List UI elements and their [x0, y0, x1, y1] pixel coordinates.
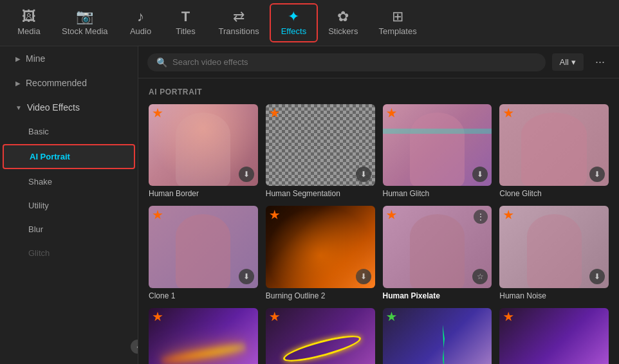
sidebar-glitch-label: Glitch	[28, 248, 50, 258]
nav-templates[interactable]: ⊞ Templates	[368, 5, 427, 41]
more-icon: ···	[595, 55, 605, 68]
effect-card-human-pixelate[interactable]: ⋮ ☆ Human Pixelate	[383, 206, 492, 300]
effect-card-neon-flow[interactable]: ⬇ Neon Flow 4	[149, 308, 258, 364]
effect-name-human-seg: Human Segmentation	[266, 189, 375, 198]
effect-card-human-glitch[interactable]: ⬇ Human Glitch	[383, 104, 492, 198]
sidebar-item-basic[interactable]: Basic	[3, 120, 135, 143]
grid-area: AI PORTRAIT ⬇ Human Border ⬇	[138, 78, 619, 364]
media-icon: 🖼	[22, 10, 36, 24]
sidebar-recommended-label: Recommended	[26, 78, 87, 88]
sidebar-ai-portrait-label: AI Portrait	[30, 152, 70, 161]
effect-card-human-noise[interactable]: ⬇ Human Noise	[499, 206, 609, 300]
recommended-arrow: ▶	[15, 80, 21, 87]
effect-thumb-human-seg: ⬇	[266, 104, 375, 186]
nav-media-label: Media	[17, 26, 40, 36]
effect-thumb-neon-flow: ⬇	[149, 308, 258, 364]
effect-card-clone-1[interactable]: ⬇ Clone 1	[149, 206, 258, 300]
effect-thumb-lightning-1: ⬇	[383, 308, 492, 364]
titles-icon: T	[181, 10, 190, 24]
collapse-arrow-icon: ‹	[136, 343, 138, 350]
stock-media-icon: 📷	[76, 10, 93, 24]
nav-titles-label: Titles	[176, 26, 196, 36]
effect-thumb-human-noise: ⬇	[499, 206, 609, 287]
nav-effects[interactable]: ✦ Effects	[270, 3, 319, 42]
effect-thumb-burning-outline: ⬇	[266, 206, 375, 287]
nav-audio-label: Audio	[130, 26, 151, 36]
more-options-button[interactable]: ···	[590, 53, 610, 71]
download-burning-outline[interactable]: ⬇	[356, 269, 371, 284]
badge-lightning-1	[387, 312, 397, 322]
effect-thumb-clone-1: ⬇	[149, 206, 258, 287]
filter-chevron-icon: ▾	[571, 57, 576, 67]
mine-arrow: ▶	[15, 55, 21, 62]
effect-card-burning-outline[interactable]: ⬇ Burning Outline 2	[266, 206, 375, 300]
search-input[interactable]	[172, 57, 537, 67]
effect-name-clone-glitch: Clone Glitch	[499, 189, 609, 198]
nav-stickers[interactable]: ✿ Stickers	[318, 5, 368, 41]
effect-card-human-seg[interactable]: ⬇ Human Segmentation	[266, 104, 375, 198]
sidebar-basic-label: Basic	[28, 127, 49, 136]
nav-stock-media[interactable]: 📷 Stock Media	[51, 5, 118, 41]
badge-neon-flow	[152, 312, 163, 322]
download-human-seg[interactable]: ⬇	[356, 167, 371, 182]
badge-lightning-2	[503, 312, 513, 322]
effect-card-lightning-1[interactable]: ⬇ Lightning Flash 1	[383, 308, 492, 364]
effect-thumb-human-pixelate: ⋮ ☆	[383, 206, 492, 287]
filter-button[interactable]: All ▾	[552, 53, 584, 71]
sidebar-item-shake[interactable]: Shake	[3, 170, 135, 193]
download-human-noise[interactable]: ⬇	[589, 269, 605, 284]
sidebar-blur-label: Blur	[28, 224, 43, 234]
nav-titles[interactable]: T Titles	[163, 5, 208, 41]
effect-card-neon-ring[interactable]: ⬇ Neon Ring 2	[266, 308, 375, 364]
effect-thumb-clone-glitch: ⬇	[499, 104, 609, 186]
video-effects-arrow: ▼	[15, 104, 22, 111]
effect-thumb-neon-ring: ⬇	[266, 308, 375, 364]
search-input-wrap[interactable]: 🔍	[147, 53, 546, 71]
effect-name-human-glitch: Human Glitch	[383, 189, 492, 198]
sidebar-item-mine[interactable]: ▶ Mine	[3, 47, 135, 70]
stickers-icon: ✿	[337, 10, 349, 24]
effect-card-lightning-2[interactable]: ⬇ Lightning Flash 2	[499, 308, 609, 364]
content-area: 🔍 All ▾ ··· AI PORTRAIT ⬇	[138, 46, 619, 364]
nav-stock-media-label: Stock Media	[62, 26, 108, 36]
sidebar-item-blur[interactable]: Blur	[3, 218, 135, 241]
sidebar-collapse-button[interactable]: ‹	[131, 340, 138, 354]
sidebar: ▶ Mine ▶ Recommended ▼ Video Effects Bas…	[0, 46, 138, 364]
main-layout: ▶ Mine ▶ Recommended ▼ Video Effects Bas…	[0, 46, 619, 364]
sidebar-shake-label: Shake	[28, 177, 52, 187]
sidebar-item-utility[interactable]: Utility	[3, 194, 135, 217]
effect-name-human-noise: Human Noise	[499, 291, 609, 300]
effect-thumb-human-glitch: ⬇	[383, 104, 492, 186]
filter-label: All	[560, 57, 569, 67]
nav-audio[interactable]: ♪ Audio	[118, 5, 163, 41]
templates-icon: ⊞	[392, 10, 403, 24]
badge-burning-outline	[270, 210, 280, 220]
sidebar-video-effects-label: Video Effects	[27, 102, 80, 113]
download-human-border[interactable]: ⬇	[239, 167, 254, 182]
star-human-pixelate[interactable]: ☆	[472, 269, 488, 284]
effect-thumb-human-border: ⬇	[149, 104, 258, 186]
sidebar-item-glitch[interactable]: Glitch	[3, 242, 135, 264]
top-nav: 🖼 Media 📷 Stock Media ♪ Audio T Titles ⇄…	[0, 0, 619, 46]
sidebar-item-ai-portrait[interactable]: AI Portrait	[3, 144, 135, 169]
search-bar: 🔍 All ▾ ···	[138, 46, 619, 78]
badge-human-seg	[270, 108, 280, 118]
effects-grid: ⬇ Human Border ⬇ Human Segmentation	[149, 104, 609, 364]
effect-card-human-border[interactable]: ⬇ Human Border	[149, 104, 258, 198]
nav-effects-label: Effects	[281, 26, 307, 36]
sidebar-utility-label: Utility	[28, 201, 49, 210]
sidebar-item-recommended[interactable]: ▶ Recommended	[3, 71, 135, 95]
effect-name-human-border: Human Border	[149, 189, 258, 198]
effect-name-human-pixelate: Human Pixelate	[383, 291, 492, 300]
nav-templates-label: Templates	[378, 26, 416, 36]
download-clone-1[interactable]: ⬇	[239, 269, 254, 284]
badge-neon-ring	[270, 312, 280, 322]
effect-card-clone-glitch[interactable]: ⬇ Clone Glitch	[499, 104, 609, 198]
nav-media[interactable]: 🖼 Media	[6, 5, 51, 41]
nav-transitions[interactable]: ⇄ Transitions	[208, 5, 270, 41]
search-icon: 🔍	[156, 57, 167, 68]
badge-human-border	[152, 108, 163, 118]
audio-icon: ♪	[137, 10, 144, 24]
effect-name-burning-outline: Burning Outline 2	[266, 291, 375, 300]
sidebar-item-video-effects[interactable]: ▼ Video Effects	[3, 96, 135, 119]
